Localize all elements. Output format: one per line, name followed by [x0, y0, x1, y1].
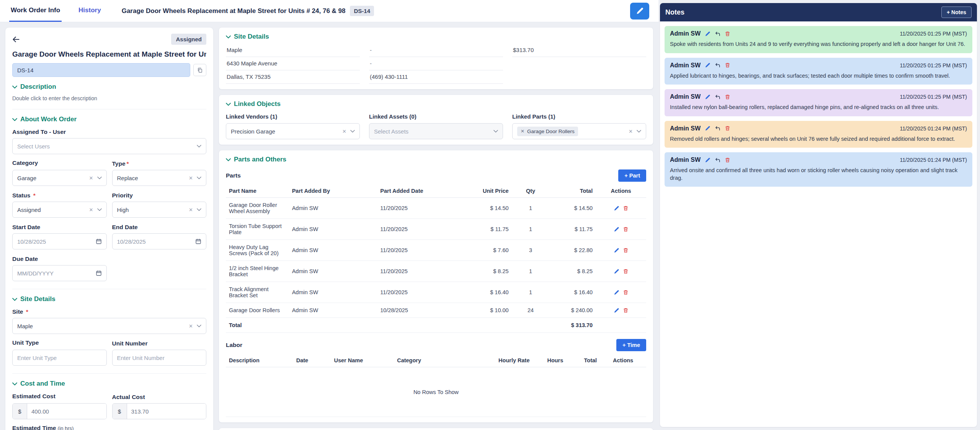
pencil-icon — [614, 205, 619, 211]
part-name-cell: Track Alignment Bracket Set — [226, 282, 289, 303]
back-button[interactable] — [12, 36, 20, 43]
note-text: Installed new nylon ball-bearing rollers… — [670, 104, 967, 111]
reply-note-button[interactable] — [715, 125, 720, 131]
delete-note-button[interactable] — [725, 125, 730, 131]
delete-part-button[interactable] — [623, 269, 629, 274]
delete-part-button[interactable] — [623, 205, 629, 211]
reply-note-button[interactable] — [715, 62, 720, 68]
parts-others-toggle[interactable]: Parts and Others — [226, 156, 646, 163]
end-date-input[interactable]: 10/28/2025 — [112, 233, 207, 249]
description-toggle[interactable]: Description — [12, 83, 206, 91]
required-asterisk: * — [26, 308, 28, 315]
edit-work-order-button[interactable] — [630, 3, 649, 20]
delete-note-button[interactable] — [725, 31, 730, 37]
main-column: Site Details Maple - $313.70 6430 Maple … — [219, 27, 653, 425]
edit-note-button[interactable] — [705, 62, 710, 68]
about-toggle[interactable]: About Work Order — [12, 116, 206, 123]
edit-part-button[interactable] — [614, 290, 619, 295]
site-details-toggle[interactable]: Site Details — [12, 295, 206, 303]
pencil-icon — [614, 269, 619, 274]
delete-note-button[interactable] — [725, 157, 730, 163]
actual-cost-label: Actual Cost — [112, 394, 207, 401]
linked-parts-select[interactable]: ✕Garage Door Rollers ✕ — [512, 123, 646, 139]
priority-label: Priority — [112, 192, 207, 199]
tab-history[interactable]: History — [77, 0, 103, 22]
estimated-cost-input[interactable]: $ — [12, 403, 107, 419]
site-details-card-toggle[interactable]: Site Details — [226, 33, 646, 41]
edit-note-button[interactable] — [705, 94, 710, 100]
clear-icon[interactable]: ✕ — [342, 129, 346, 134]
trash-icon — [725, 62, 730, 68]
delete-note-button[interactable] — [725, 94, 730, 100]
delete-part-button[interactable] — [623, 308, 629, 313]
note-card: Admin SW 11/20/2025 01:25 PM (MST) Insta… — [665, 89, 972, 116]
trash-icon — [725, 31, 730, 37]
clear-icon[interactable]: ✕ — [629, 129, 633, 134]
clear-icon[interactable]: ✕ — [189, 207, 193, 213]
reply-note-button[interactable] — [715, 157, 720, 163]
cost-time-toggle[interactable]: Cost and Time — [12, 380, 206, 388]
add-time-button[interactable]: + Time — [616, 339, 646, 351]
unit-type-input[interactable] — [12, 350, 107, 366]
site-details-grid: Maple - $313.70 6430 Maple Avenue - Dall… — [226, 44, 646, 84]
part-added-by-cell: Admin SW — [289, 303, 377, 318]
linked-assets-select[interactable]: Select Assets — [369, 123, 503, 139]
unit-number-input[interactable] — [112, 350, 207, 366]
site-select[interactable]: Maple ✕ — [12, 318, 206, 334]
delete-part-button[interactable] — [623, 226, 629, 232]
reply-note-button[interactable] — [715, 94, 720, 100]
edit-part-button[interactable] — [614, 205, 619, 211]
col-hourly-rate: Hourly Rate — [487, 355, 533, 367]
add-part-button[interactable]: + Part — [618, 169, 646, 182]
empty-cell — [512, 70, 646, 84]
type-select[interactable]: Replace ✕ — [112, 170, 207, 186]
work-order-code-input[interactable] — [12, 63, 190, 77]
part-total-cell: $ 16.40 — [549, 282, 596, 303]
calendar-icon[interactable] — [96, 238, 102, 244]
edit-part-button[interactable] — [614, 226, 619, 232]
copy-button[interactable] — [193, 64, 206, 76]
linked-parts-group: Linked Parts (1) ✕Garage Door Rollers ✕ — [512, 113, 646, 139]
calendar-icon[interactable] — [96, 270, 102, 276]
category-select[interactable]: Garage ✕ — [12, 170, 107, 186]
edit-note-button[interactable] — [705, 157, 710, 163]
delete-note-button[interactable] — [725, 62, 730, 68]
edit-note-button[interactable] — [705, 31, 710, 37]
reply-note-button[interactable] — [715, 31, 720, 37]
status-select[interactable]: Assigned ✕ — [12, 202, 107, 218]
assigned-to-select[interactable]: Select Users — [12, 138, 206, 154]
linked-objects-toggle[interactable]: Linked Objects — [226, 100, 646, 108]
due-date-input[interactable]: MM/DD/YYYY — [12, 265, 107, 281]
edit-part-button[interactable] — [614, 248, 619, 253]
edit-part-button[interactable] — [614, 308, 619, 313]
description-placeholder[interactable]: Double click to enter the description — [12, 95, 206, 101]
clear-icon[interactable]: ✕ — [89, 175, 93, 181]
estimated-cost-field[interactable] — [27, 404, 106, 419]
start-date-input[interactable]: 10/28/2025 — [12, 233, 107, 249]
linked-vendors-select[interactable]: Precision Garage ✕ — [226, 123, 360, 139]
parts-and-others-card: Parts and Others Parts + Part Part Name … — [219, 150, 653, 423]
site-details-card: Site Details Maple - $313.70 6430 Maple … — [219, 27, 653, 90]
remove-chip-icon[interactable]: ✕ — [521, 129, 524, 134]
tab-work-order-info[interactable]: Work Order Info — [9, 0, 62, 22]
pencil-icon — [614, 290, 619, 295]
site-name-field: Maple — [226, 44, 360, 57]
actual-cost-field[interactable] — [127, 404, 206, 419]
notes-panel: Notes + Notes Admin SW 11/20/2025 01:25 … — [660, 3, 977, 427]
clear-icon[interactable]: ✕ — [89, 207, 93, 213]
trash-icon — [623, 269, 629, 274]
col-part-name: Part Name — [226, 186, 289, 198]
edit-part-button[interactable] — [614, 269, 619, 274]
actual-cost-input[interactable]: $ — [112, 403, 207, 419]
edit-note-button[interactable] — [705, 125, 710, 131]
parts-table-row: Track Alignment Bracket Set Admin SW 11/… — [226, 282, 646, 303]
delete-part-button[interactable] — [623, 290, 629, 295]
col-qty: Qty — [512, 186, 550, 198]
delete-part-button[interactable] — [623, 248, 629, 253]
clear-icon[interactable]: ✕ — [189, 175, 193, 181]
calendar-icon[interactable] — [195, 238, 201, 244]
priority-select[interactable]: High ✕ — [112, 202, 207, 218]
add-notes-button[interactable]: + Notes — [941, 7, 972, 18]
clear-icon[interactable]: ✕ — [189, 323, 193, 329]
work-order-title: Garage Door Wheels Replacement at Maple … — [12, 50, 206, 59]
